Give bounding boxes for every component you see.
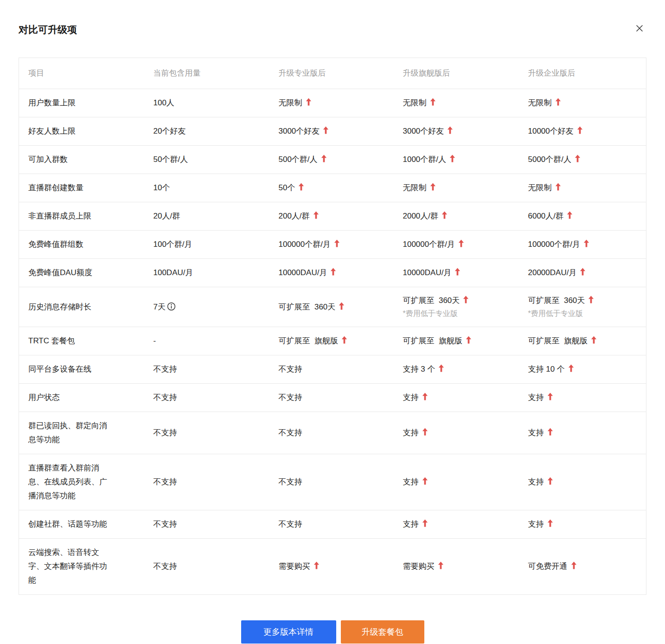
upgrade-up-arrow-icon <box>306 98 312 106</box>
upgrade-up-arrow-icon <box>571 561 577 569</box>
cell-value: 无限制 <box>403 183 427 192</box>
cell-line: 支持 <box>403 393 428 402</box>
cell-line: 2000人/群 <box>403 212 448 220</box>
upgrade-up-arrow-icon <box>422 519 428 527</box>
cell-value: 7天 <box>153 303 166 311</box>
cell-line: 10000个好友 <box>528 127 583 135</box>
row-label-cell: 免费峰值群组数 <box>19 231 153 259</box>
cell-line: 50个群/人 <box>153 155 188 164</box>
cell-value: 20人/群 <box>153 212 180 220</box>
row-label-cell: 免费峰值DAU额度 <box>19 259 153 287</box>
footer-actions: 更多版本详情 升级套餐包 <box>0 620 665 644</box>
value-cell: 7天 <box>153 287 279 327</box>
cell-line: 不支持 <box>279 520 302 528</box>
cell-value: 不支持 <box>279 393 302 402</box>
info-icon[interactable] <box>167 302 176 311</box>
cell-line: 支持 <box>403 428 428 437</box>
cell-line: 无限制 <box>403 98 436 107</box>
upgrade-up-arrow-icon <box>466 336 472 344</box>
value-cell: 支持 <box>403 412 528 454</box>
cell-value: 支持 <box>403 393 419 402</box>
cell-value: 支持 <box>528 393 544 402</box>
value-cell: 1000个群/人 <box>403 146 528 174</box>
value-cell: 200人/群 <box>279 202 403 231</box>
upgrade-up-arrow-icon <box>568 364 574 372</box>
cell-line: 支持 <box>528 428 553 437</box>
value-cell: 500个群/人 <box>279 146 403 174</box>
row-label: 直播群查看入群前消 息、在线成员列表、广 播消息等功能 <box>28 461 107 503</box>
upgrade-up-arrow-icon <box>547 428 553 436</box>
cell-value: 10000个好友 <box>528 127 574 135</box>
upgrade-up-arrow-icon <box>422 393 428 400</box>
value-cell: 可扩展至 360天*费用低于专业版 <box>403 287 528 327</box>
row-label-cell: 好友人数上限 <box>19 117 153 146</box>
value-cell: 无限制 <box>403 174 528 202</box>
cell-line: 支持 <box>403 477 428 486</box>
cell-value: 100000个群/月 <box>528 240 580 249</box>
value-cell: 支持 3 个 <box>403 355 528 384</box>
value-cell: 不支持 <box>153 454 279 510</box>
cell-line: 7天 <box>153 303 176 311</box>
cell-value: 不支持 <box>153 520 177 528</box>
table-row: 群已读回执、群定向消 息等功能不支持不支持支持支持 <box>19 412 646 454</box>
upgrade-up-arrow-icon <box>583 239 589 247</box>
value-cell: 不支持 <box>279 510 403 539</box>
cell-value: 不支持 <box>279 477 302 486</box>
cell-value: 50个群/人 <box>153 155 188 164</box>
cell-line: 可扩展至 旗舰版 <box>528 336 597 345</box>
value-cell: 2000人/群 <box>403 202 528 231</box>
cell-line: 3000个好友 <box>279 127 329 135</box>
row-label: 好友人数上限 <box>28 124 76 138</box>
cell-line: 100个群/月 <box>153 240 192 249</box>
cell-line: 不支持 <box>153 520 177 528</box>
table-row: 用户数量上限100人无限制无限制无限制 <box>19 89 646 117</box>
upgrade-up-arrow-icon <box>547 477 553 485</box>
value-cell: 100000个群/月 <box>403 231 528 259</box>
table-row: TRTC 套餐包-可扩展至 旗舰版可扩展至 旗舰版可扩展至 旗舰版 <box>19 327 646 355</box>
upgrade-package-button[interactable]: 升级套餐包 <box>341 620 424 644</box>
cell-value: 3000个好友 <box>403 127 444 135</box>
cell-value: 不支持 <box>153 562 177 571</box>
value-cell: 可扩展至 360天*费用低于专业版 <box>528 287 646 327</box>
cell-value: 200人/群 <box>279 212 310 220</box>
cell-value: 20个好友 <box>153 127 186 135</box>
cell-value: 不支持 <box>279 428 302 437</box>
cell-line: 不支持 <box>279 428 302 437</box>
table-row: 云端搜索、语音转文 字、文本翻译等插件功 能不支持需要购买需要购买可免费开通 <box>19 539 646 595</box>
row-label-cell: 历史消息存储时长 <box>19 287 153 327</box>
upgrade-up-arrow-icon <box>321 155 327 162</box>
table-body: 用户数量上限100人无限制无限制无限制好友人数上限20个好友3000个好友300… <box>19 89 646 595</box>
cell-value: 6000人/群 <box>528 212 564 220</box>
table-row: 历史消息存储时长7天可扩展至 360天可扩展至 360天*费用低于专业版可扩展至… <box>19 287 646 327</box>
cell-line: 支持 <box>403 520 428 528</box>
value-cell: 10000DAU/月 <box>403 259 528 287</box>
cell-line: 可扩展至 旗舰版 <box>403 336 472 345</box>
table-row: 直播群创建数量10个50个无限制无限制 <box>19 174 646 202</box>
column-header-1: 当前包含用量 <box>153 58 279 89</box>
cell-line: 无限制 <box>403 183 436 192</box>
cell-line: 10000DAU/月 <box>403 268 461 277</box>
cell-value: 需要购买 <box>279 562 310 571</box>
value-cell: 20个好友 <box>153 117 279 146</box>
cell-line: 无限制 <box>528 98 561 107</box>
upgrade-up-arrow-icon <box>547 393 553 400</box>
upgrade-up-arrow-icon <box>430 98 436 106</box>
upgrade-up-arrow-icon <box>422 477 428 485</box>
upgrade-up-arrow-icon <box>313 561 320 569</box>
more-versions-button[interactable]: 更多版本详情 <box>241 620 336 644</box>
row-label-cell: 云端搜索、语音转文 字、文本翻译等插件功 能 <box>19 539 153 595</box>
close-button[interactable] <box>634 23 645 33</box>
cell-value: 支持 <box>528 428 544 437</box>
value-cell: 需要购买 <box>403 539 528 595</box>
row-label: TRTC 套餐包 <box>28 334 75 348</box>
cell-line: 可免费开通 <box>528 562 577 571</box>
cell-value: 需要购买 <box>403 562 435 571</box>
value-cell: 需要购买 <box>279 539 403 595</box>
table-header: 项目当前包含用量升级专业版后升级旗舰版后升级企业版后 <box>19 58 646 89</box>
cell-value: 5000个群/人 <box>528 155 572 164</box>
upgrade-up-arrow-icon <box>438 364 444 372</box>
value-cell: 100人 <box>153 89 279 117</box>
value-cell: 50个 <box>279 174 403 202</box>
value-cell: 可扩展至 旗舰版 <box>279 327 403 355</box>
row-label-cell: TRTC 套餐包 <box>19 327 153 355</box>
